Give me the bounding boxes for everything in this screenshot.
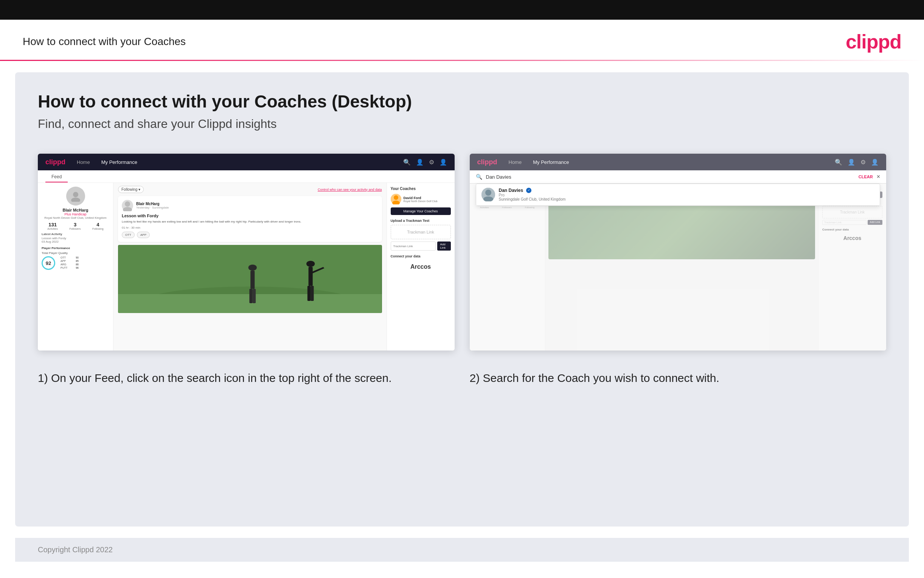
- app-nav: clippd Home My Performance 🔍 👤 ⚙ 👤: [38, 154, 455, 170]
- step-2-text: 2) Search for the Coach you wish to conn…: [470, 369, 887, 386]
- svg-rect-11: [311, 286, 314, 301]
- footer: Copyright Clippd 2022: [15, 538, 909, 562]
- result-avatar: [481, 188, 495, 201]
- manage-coaches-button[interactable]: Manage Your Coaches: [391, 208, 451, 215]
- right-coaches-panel: Your Coaches David Ford Royal North Devo…: [387, 183, 455, 351]
- coaches-title: Your Coaches: [391, 187, 451, 191]
- trackman-input-row: Add Link: [391, 242, 451, 250]
- settings-icon-2: ⚙: [861, 159, 866, 166]
- app-nav-logo: clippd: [45, 158, 65, 166]
- mock-app-1: clippd Home My Performance 🔍 👤 ⚙ 👤 Feed: [38, 154, 455, 351]
- app-body: Blair McHarg Plus Handicap Royal North D…: [38, 183, 455, 351]
- score-circle: 92: [42, 256, 55, 270]
- search-results: Dan Davies ✓ Pro Sunningdale Golf Club, …: [476, 183, 880, 206]
- post-meta: Yesterday · Sunningdale: [136, 206, 169, 209]
- left-profile-panel: Blair McHarg Plus Handicap Royal North D…: [38, 183, 113, 351]
- post-author-avatar: [122, 200, 133, 211]
- steps-row: 1) On your Feed, click on the search ico…: [38, 369, 886, 386]
- upload-title: Upload a Trackman Test: [391, 219, 451, 222]
- post-body: Looking to feel like my hands are exitin…: [122, 219, 378, 224]
- post-actions: OTT APP: [122, 232, 378, 238]
- following-button[interactable]: Following ▾: [118, 186, 144, 193]
- post-title: Lesson with Fordy: [122, 213, 378, 218]
- following-row: Following ▾ Control who can see your act…: [118, 186, 382, 193]
- player-performance: Player Performance Total Player Quality …: [42, 247, 109, 270]
- search-icon-2: 🔍: [835, 159, 842, 166]
- app-nav-2: clippd Home My Performance 🔍 👤 ⚙ 👤: [470, 154, 887, 170]
- coach-avatar: [391, 194, 401, 205]
- header-divider: [0, 60, 924, 61]
- add-link-button[interactable]: Add Link: [437, 242, 451, 250]
- perf-bars: OTT90 APP85 ARG86 PUTT96: [60, 256, 79, 270]
- post-duration: 01 hr : 30 min: [122, 226, 378, 229]
- svg-point-7: [306, 261, 315, 267]
- avatar-icon-2: 👤: [871, 159, 879, 166]
- result-club: Sunningdale Golf Club, United Kingdom: [499, 197, 566, 201]
- header: How to connect with your Coaches clippd: [0, 19, 924, 60]
- post-image: [118, 245, 382, 313]
- result-name: Dan Davies: [499, 188, 523, 193]
- result-role: Pro: [499, 193, 566, 197]
- post-author-name: Blair McHarg: [136, 202, 169, 206]
- svg-rect-14: [249, 289, 252, 303]
- latest-activity-label: Latest Activity: [42, 232, 109, 236]
- post-card: Blair McHarg Yesterday · Sunningdale Les…: [118, 196, 382, 242]
- settings-icon[interactable]: ⚙: [429, 159, 434, 166]
- arccos-logo: Arccos: [391, 260, 451, 273]
- clear-button[interactable]: CLEAR: [859, 174, 873, 179]
- profile-handicap: Plus Handicap: [42, 212, 109, 216]
- nav-item-performance[interactable]: My Performance: [101, 159, 137, 165]
- app-button[interactable]: APP: [137, 232, 150, 238]
- step-1-desc: 1) On your Feed, click on the search ico…: [38, 369, 455, 386]
- main-content: How to connect with your Coaches (Deskto…: [15, 72, 909, 526]
- profile-club: Royal North Devon Golf Club, United King…: [42, 216, 109, 219]
- main-heading: How to connect with your Coaches (Deskto…: [38, 91, 886, 112]
- trackman-placeholder: Trackman Link: [391, 225, 451, 239]
- svg-point-3: [123, 207, 132, 211]
- upload-section: Upload a Trackman Test Trackman Link Add…: [391, 219, 451, 250]
- search-icon-sm: 🔍: [476, 174, 482, 180]
- user-icon-2: 👤: [848, 159, 855, 166]
- search-bar: 🔍 Dan Davies CLEAR ×: [470, 170, 887, 183]
- svg-rect-13: [250, 271, 254, 289]
- control-link[interactable]: Control who can see your activity and da…: [318, 188, 382, 192]
- search-result-item[interactable]: Dan Davies ✓ Pro Sunningdale Golf Club, …: [476, 184, 880, 206]
- nav-item-perf-2: My Performance: [533, 159, 569, 165]
- trackman-input[interactable]: [391, 242, 436, 250]
- activity-date: 03 Aug 2022: [42, 240, 109, 244]
- svg-point-12: [249, 265, 257, 271]
- coach-name: David Ford: [404, 196, 438, 200]
- svg-point-17: [394, 195, 398, 200]
- activity-name: Lesson with Fordy: [42, 237, 109, 240]
- app-nav-logo-2: clippd: [477, 158, 497, 166]
- copyright-text: Copyright Clippd 2022: [38, 546, 113, 554]
- screenshots-row: clippd Home My Performance 🔍 👤 ⚙ 👤 Feed: [38, 154, 886, 351]
- top-bar: [0, 0, 924, 19]
- coach-item: David Ford Royal North Devon Golf Club: [391, 194, 451, 205]
- app-nav-icons: 🔍 👤 ⚙ 👤: [403, 159, 447, 166]
- app-nav-icons-2: 🔍 👤 ⚙ 👤: [835, 159, 879, 166]
- search-overlay: 🔍 Dan Davies CLEAR × Dan Davies: [470, 170, 887, 206]
- result-badge: ✓: [526, 188, 531, 193]
- svg-rect-10: [307, 286, 311, 301]
- mock-app-2: clippd Home My Performance 🔍 👤 ⚙ 👤: [470, 154, 887, 351]
- search-input[interactable]: Dan Davies: [486, 174, 855, 180]
- svg-point-20: [485, 190, 491, 196]
- search-icon[interactable]: 🔍: [403, 159, 411, 166]
- svg-point-0: [73, 192, 78, 197]
- svg-point-2: [125, 201, 130, 207]
- close-button[interactable]: ×: [877, 174, 880, 180]
- stat-activities: 131 Activities: [47, 222, 58, 230]
- nav-item-home-2: Home: [509, 159, 522, 165]
- post-header: Blair McHarg Yesterday · Sunningdale: [122, 200, 378, 211]
- screenshot-panel-1: clippd Home My Performance 🔍 👤 ⚙ 👤 Feed: [38, 154, 455, 351]
- screenshot-panel-2: clippd Home My Performance 🔍 👤 ⚙ 👤: [470, 154, 887, 351]
- user-icon[interactable]: 👤: [416, 159, 424, 166]
- ott-button[interactable]: OTT: [122, 232, 135, 238]
- avatar-icon[interactable]: 👤: [440, 159, 447, 166]
- step-2-desc: 2) Search for the Coach you wish to conn…: [470, 369, 887, 386]
- svg-point-1: [71, 198, 80, 202]
- logo: clippd: [846, 30, 901, 53]
- feed-tab[interactable]: Feed: [45, 172, 68, 182]
- nav-item-home[interactable]: Home: [77, 159, 90, 165]
